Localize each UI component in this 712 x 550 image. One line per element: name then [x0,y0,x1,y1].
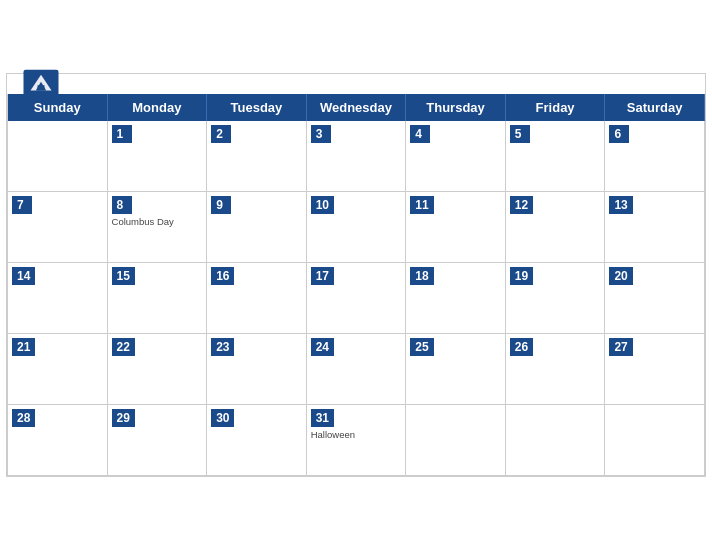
day-number: 29 [112,409,135,427]
day-cell [605,405,705,476]
day-cell: 3 [306,121,406,192]
day-cell: 28 [8,405,108,476]
day-cell: 14 [8,263,108,334]
day-cell: 7 [8,192,108,263]
day-number: 21 [12,338,35,356]
day-cell: 6 [605,121,705,192]
calendar-header [7,74,705,94]
day-cell [8,121,108,192]
day-number: 4 [410,125,430,143]
day-number: 20 [609,267,632,285]
day-header-saturday: Saturday [605,94,705,121]
logo [23,70,59,99]
day-cell: 16 [207,263,307,334]
calendar: SundayMondayTuesdayWednesdayThursdayFrid… [6,73,706,477]
day-cell: 31Halloween [306,405,406,476]
day-number: 10 [311,196,334,214]
day-cell: 19 [505,263,605,334]
calendar-grid: SundayMondayTuesdayWednesdayThursdayFrid… [7,94,705,476]
day-header-wednesday: Wednesday [306,94,406,121]
day-cell: 25 [406,334,506,405]
day-number: 3 [311,125,331,143]
day-header-friday: Friday [505,94,605,121]
day-number: 8 [112,196,132,214]
day-cell: 23 [207,334,307,405]
day-number: 15 [112,267,135,285]
day-number: 14 [12,267,35,285]
day-cell: 18 [406,263,506,334]
day-cell: 20 [605,263,705,334]
event-label: Halloween [311,429,402,440]
day-cell: 10 [306,192,406,263]
day-cell: 27 [605,334,705,405]
day-cell: 30 [207,405,307,476]
day-cell: 17 [306,263,406,334]
day-header-monday: Monday [107,94,207,121]
day-cell: 1 [107,121,207,192]
day-header-thursday: Thursday [406,94,506,121]
day-cell: 29 [107,405,207,476]
day-number: 23 [211,338,234,356]
day-cell: 4 [406,121,506,192]
svg-rect-3 [38,85,45,90]
day-cell: 12 [505,192,605,263]
day-number: 18 [410,267,433,285]
day-cell [505,405,605,476]
day-number: 25 [410,338,433,356]
day-cell: 9 [207,192,307,263]
day-number: 2 [211,125,231,143]
logo-icon [23,70,59,98]
day-cell [406,405,506,476]
day-cell: 8Columbus Day [107,192,207,263]
day-number: 24 [311,338,334,356]
day-cell: 2 [207,121,307,192]
day-header-tuesday: Tuesday [207,94,307,121]
day-number: 16 [211,267,234,285]
day-number: 1 [112,125,132,143]
day-cell: 22 [107,334,207,405]
day-number: 31 [311,409,334,427]
day-number: 30 [211,409,234,427]
day-number: 28 [12,409,35,427]
day-number: 13 [609,196,632,214]
day-number: 22 [112,338,135,356]
day-cell: 15 [107,263,207,334]
day-cell: 5 [505,121,605,192]
day-number: 6 [609,125,629,143]
day-number: 17 [311,267,334,285]
day-number: 27 [609,338,632,356]
day-cell: 24 [306,334,406,405]
day-cell: 11 [406,192,506,263]
day-cell: 21 [8,334,108,405]
event-label: Columbus Day [112,216,203,227]
day-number: 19 [510,267,533,285]
day-number: 26 [510,338,533,356]
day-number: 12 [510,196,533,214]
day-number: 7 [12,196,32,214]
day-number: 5 [510,125,530,143]
day-number: 9 [211,196,231,214]
day-cell: 26 [505,334,605,405]
day-number: 11 [410,196,433,214]
day-cell: 13 [605,192,705,263]
